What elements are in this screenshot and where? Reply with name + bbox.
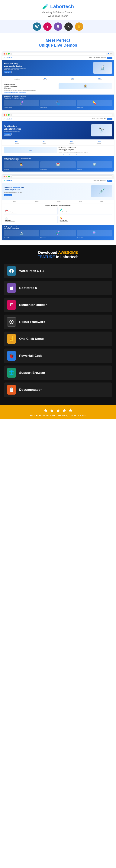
demo1-blue-cols: 🧬 Laboratory Testing 🩺 Plasma Testing 💊 … (4, 100, 112, 108)
demo3-final-section: We Employ Latest ResearchTechnology & Co… (2, 225, 114, 240)
redux-plugin-icon[interactable]: ✕ (65, 23, 73, 31)
demo3-hero-btn[interactable]: Discover More (4, 194, 12, 196)
stat-item: 15+ Years Exp. (43, 78, 47, 80)
wordpress-plugin-icon[interactable]: W (33, 23, 41, 31)
demo3-service-grid: 🧫 Blood Testing Professional blood analy… (4, 207, 112, 223)
demo2-hero: Providing BestLaboratory Service Advance… (2, 121, 114, 140)
header: 🧪 Labortech Laboratory & Science Researc… (0, 0, 116, 20)
demo3-contact-btn[interactable]: Contact (107, 180, 112, 182)
plugin-icons-row: W E B ✕ ✋ (0, 20, 116, 33)
browser-dot-green (8, 53, 10, 55)
demo3-nav-links: Home About Services Blog Contact (93, 180, 112, 182)
wordpress-label: WordPress 6.1.1 (19, 269, 44, 273)
page-dot-active (108, 53, 109, 54)
demo3-hero: Get Better Research andLaboratory Servic… (2, 183, 114, 199)
demo2-blue-section: We Provide All Aspects Of Medical Practi… (2, 156, 114, 172)
logo-text: Labortech (50, 4, 74, 9)
demo3-hero-text: Get Better Research andLaboratory Servic… (4, 186, 90, 196)
service-item: 💊 Medical Care Full medical support (59, 216, 112, 223)
browser-url-bar (11, 53, 106, 55)
demo-previews: 🧪 Labortech Home About Services Pages Bl… (0, 52, 116, 245)
oneclick-plugin-icon[interactable]: ✋ (75, 23, 83, 31)
demo1-hero-desc: Professional scientific research & labor… (4, 68, 92, 70)
features-section: Developed AWESOME FEATURE In Labortech W… (0, 245, 116, 405)
docs-icon: 📋 (7, 385, 16, 395)
wordpress-icon (7, 266, 16, 276)
redux-icon (7, 317, 16, 327)
browser-dot-red (4, 53, 5, 55)
demo1-nav-links: Home About Services Pages Blog Contact (89, 57, 112, 59)
demo-card-1: 🧪 Labortech Home About Services Pages Bl… (2, 52, 114, 110)
star-2: ★ (49, 407, 54, 414)
star-5: ★ (68, 407, 73, 414)
demo1-stats: 70+ Lab Experts 15+ Years Exp. 50+ Proje… (2, 76, 114, 82)
feature-item-code: 🐞 Powerfull Code (4, 348, 112, 363)
browser-dot-green (8, 176, 10, 177)
demo1-blue-col-3: 💊 Medical Drugs (77, 100, 112, 108)
browser-url-bar-2 (11, 114, 112, 116)
demo3-nav: 🧪 Labortech Home About Services Blog Con… (2, 179, 114, 183)
bootstrap-plugin-icon[interactable]: B (54, 23, 62, 31)
browser-bar-2 (2, 113, 114, 117)
demo1-col-img: 👩‍⚕️ (59, 84, 112, 93)
browser-dot-yellow (6, 114, 7, 116)
demo1-nav: 🧪 Labortech Home About Services Pages Bl… (2, 56, 114, 60)
demo1-section1: We Employ LatestResearch Technology& Com… (2, 82, 114, 95)
meet-section: Meet Perfect Unique Live Demos (0, 33, 116, 52)
bootstrap-label: Bootstrap 5 (19, 286, 37, 290)
feature-item-docs: 📋 Documentation (4, 382, 112, 397)
demo2-hero-desc: Advanced scientific research solutions (4, 131, 90, 132)
browser-label: Support Browser (19, 371, 45, 375)
code-label: Powerfull Code (19, 354, 43, 358)
demo3-hero-title: Get Better Research andLaboratory Servic… (4, 186, 90, 191)
demo1-hero: Research & VerifyLaboratory for Testing … (2, 60, 114, 76)
demo1-hero-title: Research & VerifyLaboratory for Testing (4, 62, 92, 67)
demo2-hero-btn[interactable]: Get Started (4, 133, 11, 135)
demo-card-3: 🧪 Labortech Home About Services Blog Con… (2, 174, 114, 240)
demo2-logo: 🧪 Labortech (4, 118, 12, 120)
demo3-services: Explore Our Caring Laboratory Services 🧫… (2, 204, 114, 225)
meet-heading: Meet Perfect Unique Live Demos (4, 38, 112, 48)
demo2-nav: 🧪 Labortech Home About Services Blog Con… (2, 117, 114, 121)
demo2-section1: 🧫 We Employ Latest ResearchTechnology & … (2, 146, 114, 156)
browser-bar-1 (2, 52, 114, 56)
demo1-blue-col-1: 🧬 Laboratory Testing (4, 100, 39, 108)
demo1-doctor-image: 👩‍⚕️ (59, 84, 112, 89)
demo1-blue-section: We Provide All Aspects Of MedicalPractic… (2, 95, 114, 110)
feature-item-wordpress: WordPress 6.1.1 (4, 264, 112, 278)
demo2-hero-text: Providing BestLaboratory Service Advance… (4, 125, 90, 135)
stars-section: ★ ★ ★ ★ ★ DON'T FORGET TO RATE THIS ITEM… (0, 405, 116, 419)
oneclick-label: One Click Demo (19, 337, 44, 341)
feature-item-browser: 🌐 Support Browser (4, 366, 112, 380)
star-4: ★ (62, 407, 67, 414)
star-1: ★ (43, 407, 48, 414)
demo1-col-text: We Employ LatestResearch Technology& Com… (4, 84, 57, 93)
stars-cta-text: DON'T FORGET TO RATE THIS ITEM, IT'S HEL… (4, 414, 112, 416)
demo2-hero-image: 🔭 (91, 124, 112, 136)
elementor-icon: E (7, 300, 16, 310)
demo-card-2: 🧪 Labortech Home About Services Blog Con… (2, 113, 114, 172)
demo2-contact-btn[interactable]: Contact (107, 118, 112, 120)
demo3-logo: 🧪 Labortech (4, 180, 12, 182)
logo-area: 🧪 Labortech (4, 3, 112, 10)
demo1-hero-btn[interactable]: Learn More (4, 71, 11, 73)
elementor-plugin-icon[interactable]: E (43, 23, 51, 31)
demo1-blue-col-2: 🩺 Plasma Testing (40, 100, 76, 108)
demo2-lab-image: 🧫 (4, 147, 57, 153)
stat-item: 99% Satisfied (98, 78, 102, 80)
demo3-hero-desc: Advanced scientific solutions for your n… (4, 192, 90, 193)
browser-icon: 🌐 (7, 368, 16, 378)
redux-label: Redux Framwork (19, 320, 45, 324)
demo2-stats: 100+ Scientists 20+ Awards 80+ Research … (2, 140, 114, 146)
browser-dot-red (4, 176, 5, 177)
demo3-partner-logos: Labovie LabCore BioTech SciPro ReqTip (2, 199, 114, 204)
stat-item: 50+ Projects (71, 78, 74, 80)
demo1-nav-logo: 🧪 Labortech (4, 57, 12, 59)
service-item: 🔬 Microscopy High precision imaging (4, 216, 57, 223)
oneclick-icon: ☝️ (7, 334, 16, 344)
feature-item-oneclick: ☝️ One Click Demo (4, 332, 112, 346)
page-dot (111, 53, 112, 54)
stat-item: 70+ Lab Experts (14, 78, 20, 80)
stars-row: ★ ★ ★ ★ ★ (4, 407, 112, 414)
service-item: 🧪 Lab Research Advanced research tools (59, 207, 112, 215)
